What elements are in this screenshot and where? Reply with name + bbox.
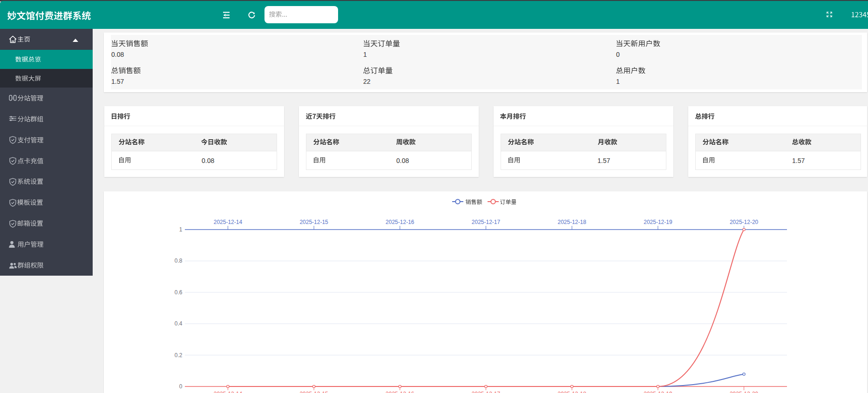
svg-text:2025-12-17: 2025-12-17 (472, 391, 501, 393)
svg-text:0.6: 0.6 (175, 289, 183, 296)
svg-text:0.2: 0.2 (175, 352, 183, 359)
svg-text:2025-12-19: 2025-12-19 (644, 391, 672, 393)
svg-text:2025-12-14: 2025-12-14 (214, 219, 243, 225)
svg-text:1: 1 (179, 226, 183, 233)
svg-text:0: 0 (179, 383, 183, 390)
svg-text:2025-12-18: 2025-12-18 (558, 391, 587, 393)
svg-text:2025-12-20: 2025-12-20 (730, 219, 759, 225)
svg-text:0.8: 0.8 (175, 257, 183, 264)
svg-text:2025-12-16: 2025-12-16 (386, 219, 414, 225)
svg-text:0.4: 0.4 (175, 320, 183, 327)
svg-text:2025-12-14: 2025-12-14 (214, 391, 243, 393)
svg-text:2025-12-17: 2025-12-17 (472, 219, 501, 225)
svg-text:2025-12-16: 2025-12-16 (386, 391, 414, 393)
svg-text:2025-12-18: 2025-12-18 (558, 219, 587, 225)
svg-text:2025-12-15: 2025-12-15 (299, 391, 328, 393)
svg-text:2025-12-20: 2025-12-20 (730, 391, 759, 393)
svg-text:2025-12-19: 2025-12-19 (644, 219, 672, 225)
svg-text:2025-12-15: 2025-12-15 (299, 219, 328, 225)
